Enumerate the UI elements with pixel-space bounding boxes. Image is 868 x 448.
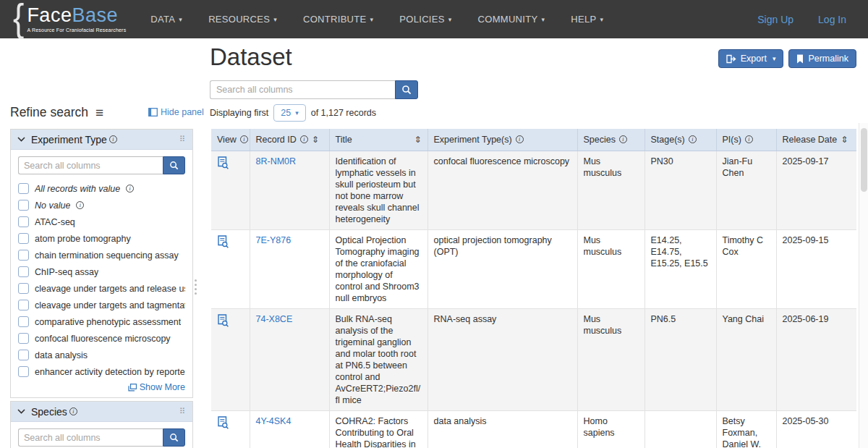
record-id-link[interactable]: 8R-NM0R — [256, 156, 297, 166]
facet-option[interactable]: enhancer activity detection by reporter … — [18, 363, 185, 380]
view-record-icon[interactable] — [217, 156, 229, 170]
sort-icon[interactable]: ⇕ — [841, 135, 848, 145]
pi-cell: Yang Chai — [716, 308, 776, 410]
nav-menu-policies[interactable]: POLICIES▾ — [399, 14, 451, 25]
col-header-experiment-type[interactable]: Experiment Type(s)i — [427, 129, 577, 151]
info-icon[interactable]: i — [76, 201, 84, 209]
view-record-icon[interactable] — [217, 235, 229, 249]
navbar: { FaceBase A Resource For Craniofacial R… — [0, 0, 868, 38]
record-id-link[interactable]: 74-X8CE — [256, 314, 293, 324]
facet-option[interactable]: data analysis — [18, 347, 185, 363]
facet-search-button[interactable] — [163, 428, 185, 447]
facet-search-button[interactable] — [163, 156, 185, 174]
facet-species-header[interactable]: Speciesi ⠿ — [11, 402, 192, 422]
col-header-record-id[interactable]: Record IDi⇕ — [250, 129, 329, 151]
show-more-link[interactable]: Show More — [18, 382, 185, 392]
checkbox[interactable] — [18, 333, 29, 344]
results-table: Viewi Record IDi⇕ Title⇕ Experiment Type… — [211, 129, 856, 448]
search-button[interactable] — [395, 80, 418, 99]
vertical-scrollbar[interactable] — [859, 123, 868, 448]
sign-up-link[interactable]: Sign Up — [757, 14, 793, 25]
checkbox[interactable] — [18, 283, 29, 294]
view-cell[interactable] — [211, 151, 250, 229]
facet-option[interactable]: All records with valuei — [18, 180, 185, 197]
view-cell[interactable] — [211, 308, 250, 410]
col-header-stage[interactable]: Stage(s)i — [644, 129, 716, 151]
nav-menu-resources[interactable]: RESOURCES▾ — [208, 14, 277, 25]
stage-cell: PN6.5 — [644, 308, 716, 410]
facet-option[interactable]: comparative phenotypic assessment — [18, 313, 185, 330]
facet-option[interactable]: cleavage under targets and tagmentatio… — [18, 297, 185, 313]
facet-search-input[interactable] — [18, 156, 163, 174]
facet-option[interactable]: chain termination sequencing assay — [18, 247, 185, 263]
checkbox[interactable] — [18, 366, 29, 377]
info-icon[interactable]: i — [619, 135, 627, 143]
log-in-link[interactable]: Log In — [818, 14, 846, 25]
checkbox[interactable] — [18, 266, 29, 277]
nav-menu-help[interactable]: HELP▾ — [571, 14, 603, 25]
experiment-cell: confocal fluorescence microscopy — [427, 151, 577, 229]
chevron-down-icon: ▾ — [541, 16, 545, 23]
col-header-release-date[interactable]: Release Date⇕ — [776, 129, 856, 151]
info-icon[interactable]: i — [109, 135, 117, 143]
info-icon[interactable]: i — [300, 135, 308, 143]
view-record-icon[interactable] — [217, 416, 229, 430]
checkbox[interactable] — [18, 250, 29, 261]
facet-sidebar: Experiment Typei ⠿ All records with valu… — [10, 129, 193, 448]
col-header-species[interactable]: Speciesi — [577, 129, 644, 151]
record-id-link[interactable]: 4Y-4SK4 — [256, 416, 292, 426]
facet-search-input[interactable] — [18, 428, 163, 447]
facet-option[interactable]: atom probe tomography — [18, 230, 185, 247]
checkbox[interactable] — [18, 183, 29, 194]
facet-option[interactable]: cleavage under targets and release usin… — [18, 280, 185, 297]
drag-handle-icon[interactable]: ⠿ — [179, 135, 186, 143]
page-size-dropdown[interactable]: 25 ▾ — [273, 104, 305, 122]
record-id-link[interactable]: 7E-Y876 — [256, 235, 292, 245]
info-icon[interactable]: i — [689, 135, 697, 143]
checkbox[interactable] — [18, 316, 29, 327]
sort-icon[interactable]: ⇕ — [312, 135, 319, 145]
hide-panel-button[interactable]: Hide panel — [148, 107, 204, 117]
export-icon — [726, 54, 736, 64]
drag-handle-icon[interactable]: ⠿ — [179, 407, 186, 415]
col-header-view[interactable]: Viewi — [211, 129, 250, 151]
col-header-pi[interactable]: PI(s)i — [716, 129, 776, 151]
checkbox[interactable] — [18, 200, 29, 211]
checkbox[interactable] — [18, 216, 29, 227]
table-row: 7E-Y876 Optical Projection Tomography im… — [211, 229, 856, 308]
view-record-icon[interactable] — [217, 314, 229, 328]
checkbox[interactable] — [18, 350, 29, 360]
facet-option[interactable]: No valuei — [18, 197, 185, 214]
facet-option[interactable]: ChIP-seq assay — [18, 263, 185, 280]
page-title: Dataset — [210, 43, 292, 71]
facet-option[interactable]: ATAC-seq — [18, 214, 185, 230]
info-icon[interactable]: i — [516, 135, 524, 143]
view-cell[interactable] — [211, 229, 250, 308]
checkbox[interactable] — [18, 300, 29, 310]
title-cell: Bulk RNA-seq analysis of the trigeminal … — [329, 308, 427, 410]
facebase-logo[interactable]: { FaceBase A Resource For Craniofacial R… — [13, 6, 126, 33]
nav-menu-community[interactable]: COMMUNITY▾ — [478, 14, 545, 25]
col-header-title[interactable]: Title⇕ — [329, 129, 427, 151]
view-cell[interactable] — [211, 410, 250, 448]
export-button[interactable]: Export ▾ — [718, 49, 784, 68]
info-icon[interactable]: i — [69, 407, 77, 415]
stage-cell — [644, 410, 716, 448]
facet-experiment-type-header[interactable]: Experiment Typei ⠿ — [11, 130, 192, 150]
info-icon[interactable]: i — [240, 135, 248, 143]
permalink-button[interactable]: Permalink — [788, 49, 856, 68]
info-icon[interactable]: i — [126, 185, 134, 193]
chevron-down-icon: ▾ — [273, 16, 277, 23]
nav-menu-contribute[interactable]: CONTRIBUTE▾ — [303, 14, 373, 25]
facet-option[interactable]: confocal fluorescence microscopy — [18, 330, 185, 347]
info-icon[interactable]: i — [745, 135, 753, 143]
experiment-cell: data analysis — [427, 410, 577, 448]
scrollbar-thumb[interactable] — [861, 128, 867, 192]
search-all-columns-input[interactable] — [210, 80, 395, 99]
facet-order-menu-icon[interactable]: ≡ — [95, 105, 103, 121]
facet-experiment-type: Experiment Typei ⠿ All records with valu… — [10, 129, 193, 398]
nav-menu-data[interactable]: DATA▾ — [150, 14, 182, 25]
panel-resize-handle[interactable] — [195, 279, 197, 295]
sort-icon[interactable]: ⇕ — [414, 135, 421, 145]
checkbox[interactable] — [18, 233, 29, 244]
